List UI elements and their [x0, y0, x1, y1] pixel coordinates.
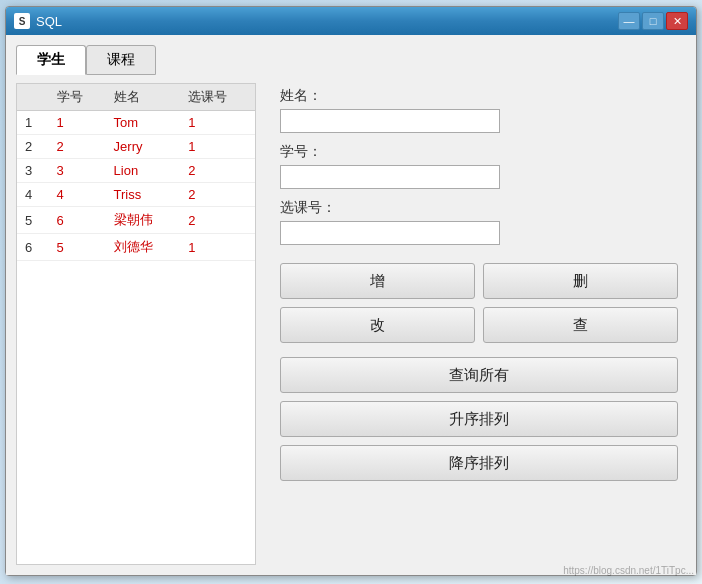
cell-id: 4 [49, 183, 106, 207]
main-window: S SQL — □ ✕ 学生 课程 [5, 6, 697, 576]
content-area: 学号 姓名 选课号 1 1 Tom 1 2 2 Jerry 1 3 3 Lion… [16, 83, 686, 565]
col-index [17, 84, 49, 111]
cell-index: 5 [17, 207, 49, 234]
close-button[interactable]: ✕ [666, 12, 688, 30]
sort-asc-button[interactable]: 升序排列 [280, 401, 678, 437]
course-label: 选课号： [280, 199, 678, 217]
query-all-button[interactable]: 查询所有 [280, 357, 678, 393]
id-label: 学号： [280, 143, 678, 161]
cell-index: 6 [17, 234, 49, 261]
tab-courses[interactable]: 课程 [86, 45, 156, 75]
cell-name: Tom [106, 111, 181, 135]
window-title: SQL [36, 14, 62, 29]
cell-index: 3 [17, 159, 49, 183]
table-row[interactable]: 6 5 刘德华 1 [17, 234, 255, 261]
data-table-panel: 学号 姓名 选课号 1 1 Tom 1 2 2 Jerry 1 3 3 Lion… [16, 83, 256, 565]
cell-index: 2 [17, 135, 49, 159]
cell-id: 1 [49, 111, 106, 135]
cell-id: 6 [49, 207, 106, 234]
id-input[interactable] [280, 165, 500, 189]
data-table: 学号 姓名 选课号 1 1 Tom 1 2 2 Jerry 1 3 3 Lion… [17, 84, 255, 261]
right-panel: 姓名： 学号： 选课号： 增 删 [272, 83, 686, 565]
action-buttons-grid: 增 删 改 查 [280, 263, 678, 343]
col-name: 姓名 [106, 84, 181, 111]
app-icon: S [14, 13, 30, 29]
cell-course: 2 [180, 183, 255, 207]
delete-button[interactable]: 删 [483, 263, 678, 299]
wide-buttons-group: 查询所有 升序排列 降序排列 [280, 357, 678, 481]
sort-desc-button[interactable]: 降序排列 [280, 445, 678, 481]
cell-course: 2 [180, 207, 255, 234]
cell-course: 2 [180, 159, 255, 183]
cell-course: 1 [180, 135, 255, 159]
cell-id: 5 [49, 234, 106, 261]
watermark: https://blog.csdn.net/1TiTpc... [563, 565, 694, 576]
cell-index: 4 [17, 183, 49, 207]
cell-name: 刘德华 [106, 234, 181, 261]
cell-id: 2 [49, 135, 106, 159]
cell-course: 1 [180, 234, 255, 261]
minimize-button[interactable]: — [618, 12, 640, 30]
id-field-group: 学号： [280, 143, 678, 189]
maximize-button[interactable]: □ [642, 12, 664, 30]
col-id: 学号 [49, 84, 106, 111]
window-controls: — □ ✕ [618, 12, 688, 30]
cell-name: 梁朝伟 [106, 207, 181, 234]
cell-name: Triss [106, 183, 181, 207]
table-row[interactable]: 2 2 Jerry 1 [17, 135, 255, 159]
cell-index: 1 [17, 111, 49, 135]
course-input[interactable] [280, 221, 500, 245]
add-button[interactable]: 增 [280, 263, 475, 299]
cell-id: 3 [49, 159, 106, 183]
course-field-group: 选课号： [280, 199, 678, 245]
edit-button[interactable]: 改 [280, 307, 475, 343]
table-header-row: 学号 姓名 选课号 [17, 84, 255, 111]
cell-name: Jerry [106, 135, 181, 159]
table-row[interactable]: 4 4 Triss 2 [17, 183, 255, 207]
table-row[interactable]: 3 3 Lion 2 [17, 159, 255, 183]
window-body: 学生 课程 学号 姓名 选课号 [6, 35, 696, 575]
name-field-group: 姓名： [280, 87, 678, 133]
table-row[interactable]: 5 6 梁朝伟 2 [17, 207, 255, 234]
name-label: 姓名： [280, 87, 678, 105]
cell-course: 1 [180, 111, 255, 135]
cell-name: Lion [106, 159, 181, 183]
name-input[interactable] [280, 109, 500, 133]
query-button[interactable]: 查 [483, 307, 678, 343]
col-course: 选课号 [180, 84, 255, 111]
table-row[interactable]: 1 1 Tom 1 [17, 111, 255, 135]
tab-bar: 学生 课程 [16, 45, 686, 75]
tab-students[interactable]: 学生 [16, 45, 86, 75]
title-bar: S SQL — □ ✕ [6, 7, 696, 35]
